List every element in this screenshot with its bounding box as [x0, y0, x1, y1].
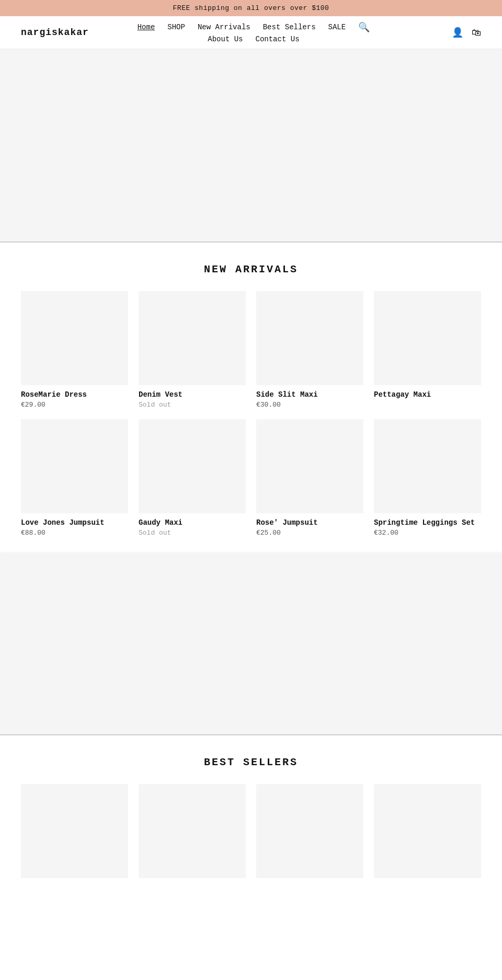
- user-icon: 👤: [452, 27, 463, 38]
- product-price: €88.00: [21, 529, 128, 537]
- product-price: €29.00: [21, 401, 128, 409]
- product-name: Denim Vest: [139, 390, 246, 399]
- product-image: [21, 419, 128, 513]
- nav-best-sellers[interactable]: Best Sellers: [263, 23, 316, 31]
- nav-sale[interactable]: SALE: [328, 23, 346, 31]
- product-image: [21, 291, 128, 385]
- product-price: €32.00: [374, 529, 481, 537]
- product-name: Side Slit Maxi: [256, 390, 363, 399]
- nav-contact-us[interactable]: Contact Us: [256, 35, 300, 43]
- nav-about-us[interactable]: About Us: [208, 35, 243, 43]
- product-card-springtime[interactable]: Springtime Leggings Set €32.00: [374, 419, 481, 537]
- product-price: €25.00: [256, 529, 363, 537]
- product-name: Rose' Jumpsuit: [256, 518, 363, 527]
- product-image: [256, 784, 363, 878]
- hero-banner: [0, 49, 502, 243]
- search-icon: 🔍: [358, 22, 370, 32]
- best-seller-card-3[interactable]: [256, 784, 363, 883]
- product-image: [256, 291, 363, 385]
- product-name: Pettagay Maxi: [374, 390, 481, 399]
- search-button[interactable]: 🔍: [358, 21, 370, 33]
- product-price: €30.00: [256, 401, 363, 409]
- product-name: RoseMarie Dress: [21, 390, 128, 399]
- cart-icon: 🛍: [472, 27, 481, 38]
- middle-banner: [0, 552, 502, 735]
- announcement-bar: FREE shipping on all overs over $100: [0, 0, 502, 16]
- product-card-side-slit[interactable]: Side Slit Maxi €30.00: [256, 291, 363, 409]
- nav-new-arrivals[interactable]: New Arrivals: [198, 23, 250, 31]
- product-image: [256, 419, 363, 513]
- new-arrivals-grid: RoseMarie Dress €29.00 Denim Vest Sold o…: [21, 291, 481, 537]
- product-name: Gaudy Maxi: [139, 518, 246, 527]
- best-seller-card-4[interactable]: [374, 784, 481, 883]
- product-card-gaudy-maxi[interactable]: Gaudy Maxi Sold out: [139, 419, 246, 537]
- product-image: [374, 291, 481, 385]
- product-price: Sold out: [139, 529, 246, 537]
- product-card-love-jones[interactable]: Love Jones Jumpsuit €88.00: [21, 419, 128, 537]
- best-sellers-section: BEST SELLERS: [0, 735, 502, 899]
- best-sellers-grid: [21, 784, 481, 883]
- product-image: [139, 291, 246, 385]
- cart-button[interactable]: 🛍: [472, 27, 481, 38]
- product-price: Sold out: [139, 401, 246, 409]
- product-image: [374, 784, 481, 878]
- product-name: Springtime Leggings Set: [374, 518, 481, 527]
- product-card-pettagay[interactable]: Pettagay Maxi: [374, 291, 481, 409]
- best-sellers-title: BEST SELLERS: [21, 756, 481, 768]
- product-card-rose-jumpsuit[interactable]: Rose' Jumpsuit €25.00: [256, 419, 363, 537]
- main-nav: Home SHOP New Arrivals Best Sellers SALE…: [89, 21, 418, 43]
- product-image: [139, 784, 246, 878]
- nav-row-2: About Us Contact Us: [208, 35, 299, 43]
- header-icons: 👤 🛍: [418, 27, 481, 38]
- product-card-rosemarie[interactable]: RoseMarie Dress €29.00: [21, 291, 128, 409]
- product-name: Love Jones Jumpsuit: [21, 518, 128, 527]
- nav-home[interactable]: Home: [138, 23, 155, 31]
- logo[interactable]: nargiskakar: [21, 27, 89, 38]
- header: nargiskakar Home SHOP New Arrivals Best …: [0, 16, 502, 49]
- best-seller-card-2[interactable]: [139, 784, 246, 883]
- product-card-denim-vest[interactable]: Denim Vest Sold out: [139, 291, 246, 409]
- new-arrivals-section: NEW ARRIVALS RoseMarie Dress €29.00 Deni…: [0, 243, 502, 552]
- nav-row-1: Home SHOP New Arrivals Best Sellers SALE…: [138, 21, 370, 33]
- nav-shop[interactable]: SHOP: [167, 23, 185, 31]
- best-seller-card-1[interactable]: [21, 784, 128, 883]
- login-button[interactable]: 👤: [452, 27, 463, 38]
- product-image: [374, 419, 481, 513]
- new-arrivals-title: NEW ARRIVALS: [21, 263, 481, 275]
- product-image: [21, 784, 128, 878]
- announcement-text: FREE shipping on all overs over $100: [173, 4, 329, 12]
- product-image: [139, 419, 246, 513]
